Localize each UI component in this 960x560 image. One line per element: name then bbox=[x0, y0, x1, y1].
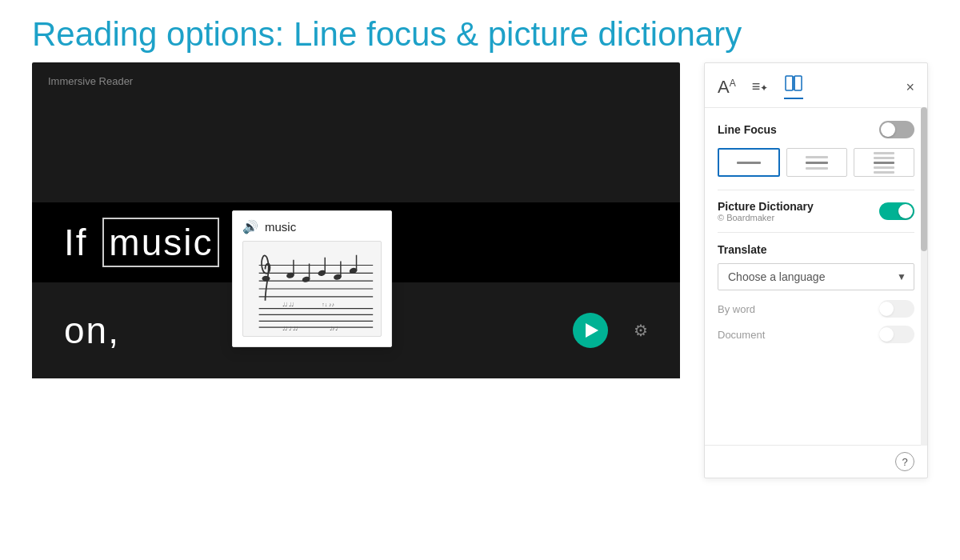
play-button[interactable] bbox=[573, 313, 608, 348]
translate-section: Translate bbox=[718, 242, 914, 257]
svg-rect-24 bbox=[786, 76, 793, 90]
page-title: Reading options: Line focus & picture di… bbox=[0, 0, 960, 62]
panel-toolbar: AA ≡✦ × bbox=[705, 63, 927, 108]
settings-panel: AA ≡✦ × Line Focus bbox=[704, 62, 928, 478]
by-word-knob bbox=[879, 302, 894, 316]
help-button[interactable]: ? bbox=[895, 452, 914, 471]
by-word-toggle[interactable] bbox=[879, 300, 914, 318]
reading-area: Immersive Reader If music ood of lo 🔊 mu… bbox=[32, 62, 680, 542]
picture-dictionary-row: Picture Dictionary © Boardmaker bbox=[718, 200, 914, 222]
reader-panel-top: Immersive Reader bbox=[32, 62, 680, 202]
translate-label: Translate bbox=[718, 243, 766, 256]
reader-text-area: If music ood of lo 🔊 music bbox=[32, 202, 680, 282]
document-toggle[interactable] bbox=[879, 326, 914, 343]
picture-dictionary-knob bbox=[898, 204, 913, 218]
main-area: Immersive Reader If music ood of lo 🔊 mu… bbox=[0, 62, 960, 542]
svg-point-5 bbox=[262, 276, 270, 282]
music-staff-svg: ♩♩ ♩♩ ↑↓ ♪♪ ♩♩ ♩ ♩♩ ♩♪♩ bbox=[243, 245, 381, 333]
by-word-row: By word bbox=[718, 300, 914, 318]
grammar-options-icon[interactable]: ≡✦ bbox=[752, 78, 769, 95]
divider-2 bbox=[718, 232, 914, 233]
picture-dictionary-label-group: Picture Dictionary © Boardmaker bbox=[718, 200, 814, 222]
immersive-reader-label: Immersive Reader bbox=[48, 75, 133, 87]
line-focus-toggle[interactable] bbox=[879, 121, 914, 138]
close-panel-button[interactable]: × bbox=[906, 80, 914, 94]
line-focus-knob bbox=[881, 122, 895, 137]
settings-gear-icon[interactable]: ⚙ bbox=[634, 321, 648, 340]
scrollbar-thumb[interactable] bbox=[921, 107, 927, 251]
picture-dictionary-toggle[interactable] bbox=[879, 202, 914, 220]
language-dropdown-wrapper: Choose a language ▼ bbox=[718, 263, 914, 290]
popup-header: 🔊 music bbox=[242, 219, 382, 234]
one-line-bar bbox=[737, 162, 761, 164]
line-focus-5-button[interactable] bbox=[854, 148, 914, 177]
panel-scrollbar[interactable] bbox=[921, 107, 927, 446]
line-focus-label: Line Focus bbox=[718, 123, 777, 136]
play-icon bbox=[586, 323, 598, 338]
line-focus-3-button[interactable] bbox=[786, 148, 847, 177]
document-knob bbox=[879, 327, 894, 342]
svg-text:♩♩ ♩ ♩♩: ♩♩ ♩ ♩♩ bbox=[282, 326, 298, 331]
toolbar-icons: AA ≡✦ bbox=[718, 74, 803, 99]
line-focus-options bbox=[718, 148, 914, 177]
svg-rect-25 bbox=[794, 76, 802, 90]
language-dropdown[interactable]: Choose a language bbox=[718, 263, 914, 290]
line-focus-row: Line Focus bbox=[718, 121, 914, 138]
picture-dictionary-label: Picture Dictionary bbox=[718, 200, 814, 213]
music-notation-image: ♩♩ ♩♩ ↑↓ ♪♪ ♩♩ ♩ ♩♩ ♩♪♩ bbox=[242, 241, 382, 337]
three-lines-bars bbox=[806, 156, 828, 170]
reader-text-line2: on, bbox=[64, 309, 120, 352]
document-row: Document bbox=[718, 326, 914, 343]
svg-text:♩♪♩: ♩♪♩ bbox=[330, 326, 337, 331]
five-lines-bars bbox=[874, 152, 894, 174]
reading-options-icon[interactable] bbox=[784, 74, 803, 99]
svg-text:↑↓ ♪♪: ↑↓ ♪♪ bbox=[322, 302, 334, 307]
divider-1 bbox=[718, 190, 914, 190]
picture-dictionary-sublabel: © Boardmaker bbox=[718, 213, 814, 222]
line-focus-1-button[interactable] bbox=[718, 148, 780, 177]
panel-footer: ? bbox=[705, 445, 927, 478]
by-word-label: By word bbox=[718, 303, 755, 315]
highlighted-word[interactable]: music bbox=[102, 218, 219, 267]
document-label: Document bbox=[718, 329, 765, 341]
panel-content: Line Focus bbox=[705, 108, 927, 445]
speaker-icon[interactable]: 🔊 bbox=[242, 219, 258, 234]
svg-text:♩♩ ♩♩: ♩♩ ♩♩ bbox=[282, 302, 294, 307]
picture-dictionary-popup: 🔊 music bbox=[232, 210, 392, 347]
popup-word-label: music bbox=[265, 220, 296, 234]
text-before-word: If bbox=[64, 222, 88, 263]
font-size-icon[interactable]: AA bbox=[718, 77, 736, 98]
